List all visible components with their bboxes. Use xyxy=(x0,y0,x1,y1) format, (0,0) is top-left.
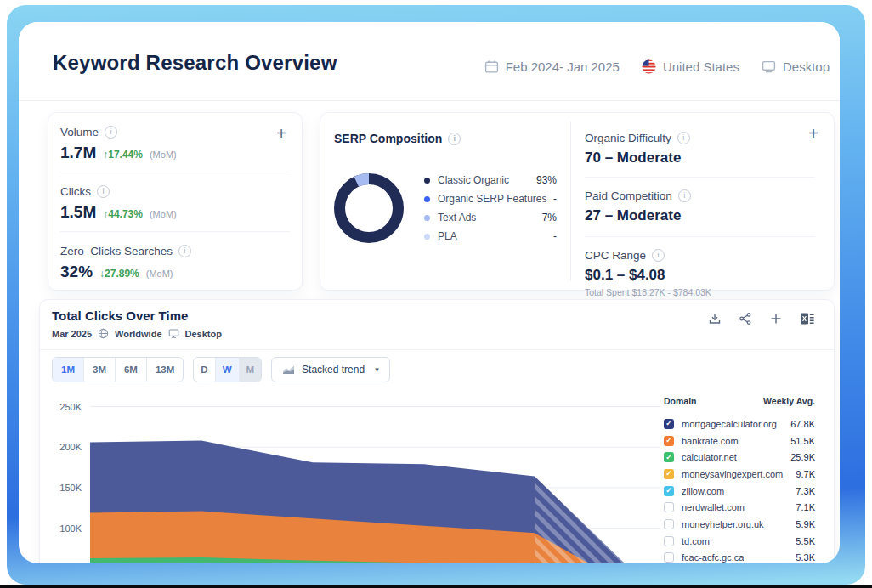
serp-legend-row[interactable]: Organic SERP Features- xyxy=(424,189,557,208)
range-button-13m[interactable]: 13M xyxy=(146,358,183,382)
serp-composition-title: SERP Composition xyxy=(334,132,442,145)
domain-checkbox[interactable]: ✓ xyxy=(664,419,674,429)
serp-legend-value: 93% xyxy=(536,174,557,186)
date-range-selector[interactable]: Feb 2024- Jan 2025 xyxy=(484,59,620,74)
organic-difficulty-value: 70 – Moderate xyxy=(585,150,815,167)
paid-competition-stat: Paid Competition i 27 – Moderate xyxy=(585,177,815,237)
domain-legend-row[interactable]: ✓moneysavingexpert.com9.7K xyxy=(664,466,815,483)
domain-legend: Domain Weekly Avg. ✓mortgagecalculator.o… xyxy=(664,396,815,563)
domain-weekly-avg: 5.5K xyxy=(790,536,815,546)
range-button-6m[interactable]: 6M xyxy=(115,358,146,382)
download-icon[interactable] xyxy=(708,312,722,325)
domain-legend-row[interactable]: ✓bankrate.com51.5K xyxy=(664,433,815,449)
domain-legend-row[interactable]: ✓mortgagecalculator.org67.8K xyxy=(664,416,815,433)
domain-weekly-avg: 67.8K xyxy=(785,419,815,429)
domain-name: zillow.com xyxy=(682,486,724,496)
domain-checkbox[interactable] xyxy=(664,519,674,529)
serp-legend: Classic Organic93%Organic SERP Features-… xyxy=(424,171,557,246)
domain-legend-row[interactable]: nerdwallet.com7.1K xyxy=(664,499,815,516)
domain-name: bankrate.com xyxy=(682,436,739,446)
clicks-stat: Clicks i 1.5M ↑44.73% (MoM) xyxy=(60,172,290,231)
domain-weekly-avg: 7.1K xyxy=(790,502,815,512)
info-icon[interactable]: i xyxy=(178,245,191,257)
device-selector[interactable]: Desktop xyxy=(762,59,830,74)
domain-checkbox[interactable] xyxy=(664,552,674,563)
globe-icon xyxy=(98,328,109,339)
range-button-group: 1M3M6M13M xyxy=(52,357,184,382)
range-button-3m[interactable]: 3M xyxy=(83,358,115,382)
volume-stat: Volume i 1.7M ↑17.44% (MoM) xyxy=(60,113,290,172)
serp-donut-chart xyxy=(331,171,406,246)
serp-legend-row[interactable]: Classic Organic93% xyxy=(424,171,557,189)
serp-legend-row[interactable]: Text Ads7% xyxy=(424,208,557,227)
domain-weekly-avg: 7.3K xyxy=(790,486,815,496)
export-excel-icon[interactable] xyxy=(800,312,815,325)
paid-competition-label: Paid Competition xyxy=(585,189,672,202)
info-icon[interactable]: i xyxy=(678,189,691,202)
add-widget-icon[interactable] xyxy=(769,312,783,325)
volume-mom-label: (MoM) xyxy=(150,150,177,160)
info-icon[interactable]: i xyxy=(97,185,110,198)
zero-clicks-mom-label: (MoM) xyxy=(146,269,173,279)
domain-weekly-avg: 51.5K xyxy=(785,436,815,446)
domain-legend-row[interactable]: moneyhelper.org.uk5.9K xyxy=(664,516,815,533)
domain-weekly-avg: 25.9K xyxy=(785,452,815,462)
granularity-button-d[interactable]: D xyxy=(194,358,214,382)
page-title: Keyword Research Overview xyxy=(53,51,337,75)
granularity-button-group: DWM xyxy=(193,357,262,382)
domain-legend-row[interactable]: td.com5.5K xyxy=(664,533,815,550)
domain-name: moneysavingexpert.com xyxy=(682,469,783,479)
clicks-label: Clicks xyxy=(60,185,91,198)
country-selector[interactable]: United States xyxy=(642,59,739,74)
y-axis-tick-label: 150K xyxy=(59,483,82,493)
serp-legend-value: - xyxy=(553,230,557,242)
y-axis-tick-label: 100K xyxy=(59,523,82,534)
section-subtitle: Mar 2025 Worldwide Desktop xyxy=(52,328,222,339)
granularity-button-w[interactable]: W xyxy=(215,358,239,382)
calendar-icon xyxy=(484,59,499,74)
domain-legend-row[interactable]: ✓calculator.net25.9K xyxy=(664,449,815,466)
total-clicks-section: Total Clicks Over Time Mar 2025 Worldwid… xyxy=(39,299,835,563)
cpc-range-stat: CPC Range i $0.1 – $4.08 Total Spent $18… xyxy=(585,236,815,297)
info-icon[interactable]: i xyxy=(652,249,665,262)
volume-label: Volume xyxy=(60,126,99,139)
desktop-icon xyxy=(762,59,776,74)
country-label: United States xyxy=(663,59,739,74)
range-button-1m[interactable]: 1M xyxy=(53,358,83,382)
clicks-value: 1.5M xyxy=(60,203,96,222)
domain-checkbox[interactable]: ✓ xyxy=(664,486,674,496)
zero-clicks-label: Zero–Clicks Searches xyxy=(60,245,173,257)
cpc-range-value: $0.1 – $4.08 xyxy=(585,267,815,284)
domain-weekly-avg: 5.3K xyxy=(790,552,815,563)
serp-difficulty-card: SERP Composition i Classic Organic93%Org… xyxy=(320,112,835,291)
clicks-mom-label: (MoM) xyxy=(150,209,177,219)
domain-legend-rows: ✓mortgagecalculator.org67.8K✓bankrate.co… xyxy=(664,416,815,563)
device-label: Desktop xyxy=(783,59,830,74)
domain-name: calculator.net xyxy=(682,452,737,462)
domain-legend-row[interactable]: fcac-acfc.gc.ca5.3K xyxy=(664,550,815,564)
info-icon[interactable]: i xyxy=(105,126,117,139)
us-flag-icon xyxy=(642,59,656,74)
domain-checkbox[interactable]: ✓ xyxy=(664,452,674,462)
legend-avg-header: Weekly Avg. xyxy=(763,396,815,406)
serp-legend-row[interactable]: PLA- xyxy=(424,227,557,246)
organic-difficulty-stat: Organic Difficulty i 70 – Moderate xyxy=(585,113,815,177)
chart-view-dropdown[interactable]: Stacked trend ▾ xyxy=(271,357,390,382)
domain-checkbox[interactable] xyxy=(664,536,674,546)
zero-clicks-value: 32% xyxy=(60,263,93,281)
paid-competition-value: 27 – Moderate xyxy=(585,207,815,224)
domain-name: mortgagecalculator.org xyxy=(682,419,777,429)
legend-dot-icon xyxy=(424,178,430,184)
granularity-button-m[interactable]: M xyxy=(239,358,262,382)
serp-legend-label: Classic Organic xyxy=(438,174,509,186)
domain-checkbox[interactable]: ✓ xyxy=(664,436,674,446)
domain-checkbox[interactable]: ✓ xyxy=(664,469,674,479)
info-icon[interactable]: i xyxy=(677,132,690,144)
domain-name: td.com xyxy=(682,536,710,546)
legend-domain-header: Domain xyxy=(664,396,697,406)
domain-legend-row[interactable]: ✓zillow.com7.3K xyxy=(664,483,815,500)
domain-checkbox[interactable] xyxy=(664,502,674,512)
info-icon[interactable]: i xyxy=(448,133,461,145)
share-icon[interactable] xyxy=(739,312,752,325)
legend-dot-icon xyxy=(424,215,430,221)
